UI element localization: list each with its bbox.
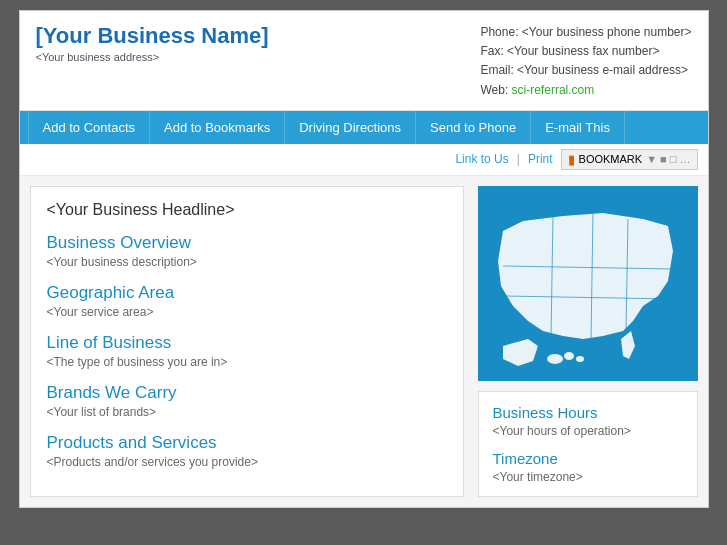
main-content: <Your Business Headline> Business Overvi…: [20, 176, 708, 507]
page-wrapper: [Your Business Name] <Your business addr…: [19, 10, 709, 508]
business-hours-title: Business Hours: [493, 404, 683, 421]
section-desc-1: <Your service area>: [47, 305, 447, 319]
section-desc-3: <Your list of brands>: [47, 405, 447, 419]
section-title-0: Business Overview: [47, 233, 447, 253]
section-desc-0: <Your business description>: [47, 255, 447, 269]
link-to-us[interactable]: Link to Us: [455, 152, 508, 166]
phone-label: Phone: <Your business phone number>: [480, 23, 691, 42]
navbar-item-email[interactable]: E-mail This: [531, 111, 625, 144]
svg-point-7: [564, 352, 574, 360]
business-hours-card: Business Hours <Your hours of operation>…: [478, 391, 698, 497]
us-map-svg: [483, 191, 693, 376]
business-headline: <Your Business Headline>: [47, 201, 447, 219]
map-container: [478, 186, 698, 381]
content-card: <Your Business Headline> Business Overvi…: [30, 186, 464, 497]
bookmark-label: BOOKMARK: [579, 153, 643, 165]
right-panel: Business Hours <Your hours of operation>…: [478, 186, 698, 497]
bookmark-icon: ▮: [568, 152, 575, 167]
web-label: Web: sci-referral.com: [480, 81, 691, 100]
header-right: Phone: <Your business phone number> Fax:…: [480, 23, 691, 100]
email-label: Email: <Your business e-mail address>: [480, 61, 691, 80]
svg-point-6: [547, 354, 563, 364]
utility-bar: Link to Us | Print ▮ BOOKMARK ▼ ■ □ …: [20, 144, 708, 176]
header-left: [Your Business Name] <Your business addr…: [36, 23, 269, 100]
section-title-3: Brands We Carry: [47, 383, 447, 403]
web-text: Web:: [480, 83, 511, 97]
print-link[interactable]: Print: [528, 152, 553, 166]
navbar: Add to Contacts Add to Bookmarks Driving…: [20, 111, 708, 144]
fax-label: Fax: <Your business fax number>: [480, 42, 691, 61]
business-address: <Your business address>: [36, 51, 269, 63]
section-desc-4: <Products and/or services you provide>: [47, 455, 447, 469]
bookmark-extras: ▼ ■ □ …: [646, 153, 690, 165]
timezone-title: Timezone: [493, 450, 683, 467]
section-desc-2: <The type of business you are in>: [47, 355, 447, 369]
header: [Your Business Name] <Your business addr…: [20, 11, 708, 111]
navbar-item-bookmarks[interactable]: Add to Bookmarks: [150, 111, 285, 144]
section-title-2: Line of Business: [47, 333, 447, 353]
business-hours-desc: <Your hours of operation>: [493, 424, 683, 438]
svg-point-8: [576, 356, 584, 362]
utility-sep: |: [517, 152, 520, 166]
bookmark-button[interactable]: ▮ BOOKMARK ▼ ■ □ …: [561, 149, 698, 170]
web-link[interactable]: sci-referral.com: [512, 83, 595, 97]
navbar-item-contacts[interactable]: Add to Contacts: [28, 111, 151, 144]
navbar-item-directions[interactable]: Driving Directions: [285, 111, 416, 144]
section-title-4: Products and Services: [47, 433, 447, 453]
section-title-1: Geographic Area: [47, 283, 447, 303]
timezone-desc: <Your timezone>: [493, 470, 683, 484]
navbar-item-phone[interactable]: Send to Phone: [416, 111, 531, 144]
business-name: [Your Business Name]: [36, 23, 269, 49]
